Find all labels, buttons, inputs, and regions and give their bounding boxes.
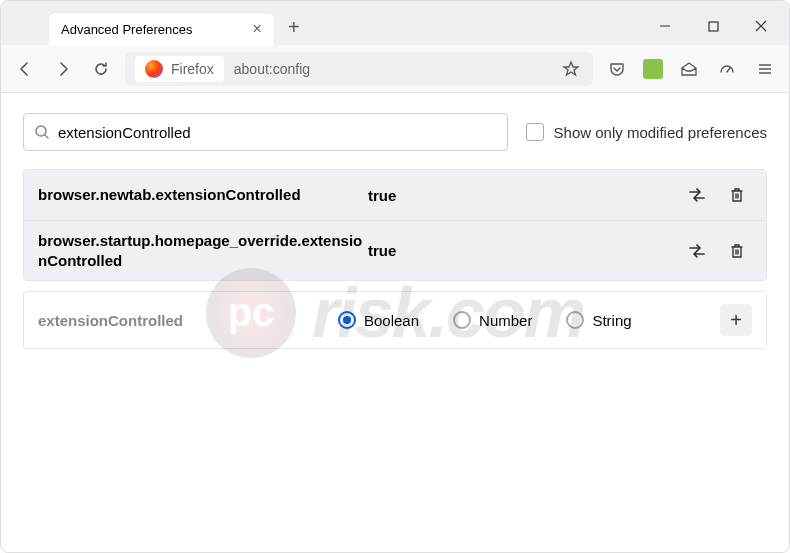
type-string-option[interactable]: String (566, 311, 631, 329)
new-pref-row: extensionControlled Boolean Number Strin… (23, 291, 767, 349)
browser-tab[interactable]: Advanced Preferences × (49, 13, 274, 45)
maximize-button[interactable] (693, 11, 733, 41)
type-boolean-option[interactable]: Boolean (338, 311, 419, 329)
forward-button[interactable] (51, 57, 75, 81)
back-button[interactable] (13, 57, 37, 81)
close-window-button[interactable] (741, 11, 781, 41)
delete-button[interactable] (722, 236, 752, 266)
search-input[interactable] (58, 124, 497, 141)
minimize-button[interactable] (645, 11, 685, 41)
pref-name: browser.newtab.extensionControlled (38, 185, 368, 205)
type-options: Boolean Number String (338, 311, 632, 329)
pref-name: browser.startup.homepage_override.extens… (38, 231, 368, 270)
url-text: about:config (234, 61, 310, 77)
menu-button[interactable] (753, 57, 777, 81)
radio-number-label: Number (479, 312, 532, 329)
toggle-button[interactable] (682, 236, 712, 266)
reload-button[interactable] (89, 57, 113, 81)
bookmark-star-icon[interactable] (559, 57, 583, 81)
add-pref-button[interactable]: + (720, 304, 752, 336)
show-modified-text: Show only modified preferences (554, 124, 767, 141)
radio-boolean-label: Boolean (364, 312, 419, 329)
new-pref-name: extensionControlled (38, 312, 338, 329)
search-box[interactable] (23, 113, 508, 151)
window-controls (645, 11, 781, 41)
show-modified-checkbox-label[interactable]: Show only modified preferences (526, 123, 767, 141)
firefox-logo-icon (145, 60, 163, 78)
radio-string[interactable] (566, 311, 584, 329)
extension-icon[interactable] (643, 59, 663, 79)
pref-row: browser.startup.homepage_override.extens… (24, 221, 766, 280)
identity-label: Firefox (171, 61, 214, 77)
pref-row: browser.newtab.extensionControlled true (24, 170, 766, 221)
tab-title: Advanced Preferences (61, 22, 193, 37)
radio-boolean[interactable] (338, 311, 356, 329)
nav-buttons (13, 57, 113, 81)
content-area: Show only modified preferences browser.n… (1, 93, 789, 369)
pref-actions (682, 236, 752, 266)
close-tab-icon[interactable]: × (253, 21, 262, 37)
pref-value: true (368, 242, 396, 259)
radio-string-label: String (592, 312, 631, 329)
search-row: Show only modified preferences (23, 113, 767, 151)
url-bar[interactable]: Firefox about:config (125, 52, 593, 86)
new-tab-button[interactable]: + (288, 16, 300, 39)
toolbar-right (605, 57, 777, 81)
pref-value: true (368, 187, 396, 204)
preferences-table: browser.newtab.extensionControlled true … (23, 169, 767, 281)
svg-line-8 (45, 135, 48, 138)
search-icon (34, 124, 50, 140)
inbox-icon[interactable] (677, 57, 701, 81)
show-modified-checkbox[interactable] (526, 123, 544, 141)
radio-number[interactable] (453, 311, 471, 329)
svg-rect-1 (709, 22, 718, 31)
dashboard-icon[interactable] (715, 57, 739, 81)
toggle-button[interactable] (682, 180, 712, 210)
identity-box[interactable]: Firefox (135, 56, 224, 82)
type-number-option[interactable]: Number (453, 311, 532, 329)
titlebar: Advanced Preferences × + (1, 1, 789, 45)
pocket-icon[interactable] (605, 57, 629, 81)
pref-actions (682, 180, 752, 210)
toolbar: Firefox about:config (1, 45, 789, 93)
delete-button[interactable] (722, 180, 752, 210)
